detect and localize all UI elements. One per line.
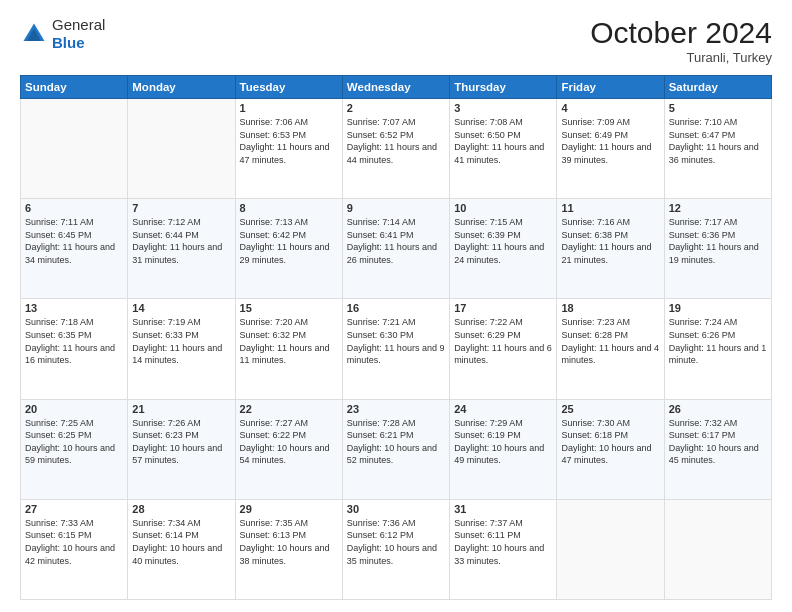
day-number: 7 [132, 202, 230, 214]
calendar-cell: 1Sunrise: 7:06 AM Sunset: 6:53 PM Daylig… [235, 99, 342, 199]
day-info: Sunrise: 7:08 AM Sunset: 6:50 PM Dayligh… [454, 116, 552, 166]
day-info: Sunrise: 7:21 AM Sunset: 6:30 PM Dayligh… [347, 316, 445, 366]
month-title: October 2024 [590, 16, 772, 50]
calendar-week-4: 20Sunrise: 7:25 AM Sunset: 6:25 PM Dayli… [21, 399, 772, 499]
day-number: 10 [454, 202, 552, 214]
calendar-week-2: 6Sunrise: 7:11 AM Sunset: 6:45 PM Daylig… [21, 199, 772, 299]
calendar-cell: 17Sunrise: 7:22 AM Sunset: 6:29 PM Dayli… [450, 299, 557, 399]
logo-icon [20, 20, 48, 48]
day-info: Sunrise: 7:22 AM Sunset: 6:29 PM Dayligh… [454, 316, 552, 366]
day-number: 8 [240, 202, 338, 214]
header: General Blue October 2024 Turanli, Turke… [20, 16, 772, 65]
day-number: 14 [132, 302, 230, 314]
calendar-cell: 12Sunrise: 7:17 AM Sunset: 6:36 PM Dayli… [664, 199, 771, 299]
calendar-cell: 2Sunrise: 7:07 AM Sunset: 6:52 PM Daylig… [342, 99, 449, 199]
calendar-week-3: 13Sunrise: 7:18 AM Sunset: 6:35 PM Dayli… [21, 299, 772, 399]
col-header-monday: Monday [128, 76, 235, 99]
day-info: Sunrise: 7:14 AM Sunset: 6:41 PM Dayligh… [347, 216, 445, 266]
location: Turanli, Turkey [590, 50, 772, 65]
day-info: Sunrise: 7:30 AM Sunset: 6:18 PM Dayligh… [561, 417, 659, 467]
calendar-cell: 20Sunrise: 7:25 AM Sunset: 6:25 PM Dayli… [21, 399, 128, 499]
day-number: 26 [669, 403, 767, 415]
day-info: Sunrise: 7:36 AM Sunset: 6:12 PM Dayligh… [347, 517, 445, 567]
day-info: Sunrise: 7:32 AM Sunset: 6:17 PM Dayligh… [669, 417, 767, 467]
calendar-cell: 22Sunrise: 7:27 AM Sunset: 6:22 PM Dayli… [235, 399, 342, 499]
calendar-cell: 11Sunrise: 7:16 AM Sunset: 6:38 PM Dayli… [557, 199, 664, 299]
calendar-cell: 10Sunrise: 7:15 AM Sunset: 6:39 PM Dayli… [450, 199, 557, 299]
calendar-cell: 15Sunrise: 7:20 AM Sunset: 6:32 PM Dayli… [235, 299, 342, 399]
logo-blue: Blue [52, 34, 85, 51]
day-number: 31 [454, 503, 552, 515]
calendar-header-row: SundayMondayTuesdayWednesdayThursdayFrid… [21, 76, 772, 99]
day-number: 30 [347, 503, 445, 515]
calendar-cell: 28Sunrise: 7:34 AM Sunset: 6:14 PM Dayli… [128, 499, 235, 599]
day-number: 18 [561, 302, 659, 314]
day-number: 27 [25, 503, 123, 515]
calendar-cell: 6Sunrise: 7:11 AM Sunset: 6:45 PM Daylig… [21, 199, 128, 299]
col-header-saturday: Saturday [664, 76, 771, 99]
day-info: Sunrise: 7:37 AM Sunset: 6:11 PM Dayligh… [454, 517, 552, 567]
day-info: Sunrise: 7:07 AM Sunset: 6:52 PM Dayligh… [347, 116, 445, 166]
day-number: 12 [669, 202, 767, 214]
calendar-cell: 19Sunrise: 7:24 AM Sunset: 6:26 PM Dayli… [664, 299, 771, 399]
day-info: Sunrise: 7:33 AM Sunset: 6:15 PM Dayligh… [25, 517, 123, 567]
day-number: 13 [25, 302, 123, 314]
calendar-cell: 31Sunrise: 7:37 AM Sunset: 6:11 PM Dayli… [450, 499, 557, 599]
day-number: 28 [132, 503, 230, 515]
day-info: Sunrise: 7:29 AM Sunset: 6:19 PM Dayligh… [454, 417, 552, 467]
logo: General Blue [20, 16, 105, 52]
calendar-cell: 29Sunrise: 7:35 AM Sunset: 6:13 PM Dayli… [235, 499, 342, 599]
day-info: Sunrise: 7:10 AM Sunset: 6:47 PM Dayligh… [669, 116, 767, 166]
day-info: Sunrise: 7:09 AM Sunset: 6:49 PM Dayligh… [561, 116, 659, 166]
day-number: 5 [669, 102, 767, 114]
day-info: Sunrise: 7:11 AM Sunset: 6:45 PM Dayligh… [25, 216, 123, 266]
calendar-cell: 21Sunrise: 7:26 AM Sunset: 6:23 PM Dayli… [128, 399, 235, 499]
day-number: 19 [669, 302, 767, 314]
logo-general: General [52, 16, 105, 33]
day-number: 24 [454, 403, 552, 415]
day-info: Sunrise: 7:23 AM Sunset: 6:28 PM Dayligh… [561, 316, 659, 366]
calendar-cell: 23Sunrise: 7:28 AM Sunset: 6:21 PM Dayli… [342, 399, 449, 499]
calendar-cell: 3Sunrise: 7:08 AM Sunset: 6:50 PM Daylig… [450, 99, 557, 199]
day-number: 22 [240, 403, 338, 415]
day-number: 9 [347, 202, 445, 214]
col-header-tuesday: Tuesday [235, 76, 342, 99]
day-number: 4 [561, 102, 659, 114]
calendar-cell: 30Sunrise: 7:36 AM Sunset: 6:12 PM Dayli… [342, 499, 449, 599]
calendar-cell [21, 99, 128, 199]
calendar-cell: 26Sunrise: 7:32 AM Sunset: 6:17 PM Dayli… [664, 399, 771, 499]
calendar-cell: 24Sunrise: 7:29 AM Sunset: 6:19 PM Dayli… [450, 399, 557, 499]
day-number: 2 [347, 102, 445, 114]
day-info: Sunrise: 7:18 AM Sunset: 6:35 PM Dayligh… [25, 316, 123, 366]
col-header-thursday: Thursday [450, 76, 557, 99]
calendar-cell: 16Sunrise: 7:21 AM Sunset: 6:30 PM Dayli… [342, 299, 449, 399]
calendar-cell: 18Sunrise: 7:23 AM Sunset: 6:28 PM Dayli… [557, 299, 664, 399]
day-number: 25 [561, 403, 659, 415]
day-number: 20 [25, 403, 123, 415]
day-info: Sunrise: 7:16 AM Sunset: 6:38 PM Dayligh… [561, 216, 659, 266]
col-header-wednesday: Wednesday [342, 76, 449, 99]
day-info: Sunrise: 7:35 AM Sunset: 6:13 PM Dayligh… [240, 517, 338, 567]
day-info: Sunrise: 7:19 AM Sunset: 6:33 PM Dayligh… [132, 316, 230, 366]
day-number: 17 [454, 302, 552, 314]
logo-text: General Blue [52, 16, 105, 52]
calendar-cell: 7Sunrise: 7:12 AM Sunset: 6:44 PM Daylig… [128, 199, 235, 299]
day-info: Sunrise: 7:34 AM Sunset: 6:14 PM Dayligh… [132, 517, 230, 567]
day-info: Sunrise: 7:06 AM Sunset: 6:53 PM Dayligh… [240, 116, 338, 166]
calendar-cell [128, 99, 235, 199]
day-number: 11 [561, 202, 659, 214]
day-info: Sunrise: 7:28 AM Sunset: 6:21 PM Dayligh… [347, 417, 445, 467]
col-header-friday: Friday [557, 76, 664, 99]
calendar-week-5: 27Sunrise: 7:33 AM Sunset: 6:15 PM Dayli… [21, 499, 772, 599]
calendar-cell [557, 499, 664, 599]
calendar-table: SundayMondayTuesdayWednesdayThursdayFrid… [20, 75, 772, 600]
calendar-cell: 25Sunrise: 7:30 AM Sunset: 6:18 PM Dayli… [557, 399, 664, 499]
day-number: 6 [25, 202, 123, 214]
day-info: Sunrise: 7:20 AM Sunset: 6:32 PM Dayligh… [240, 316, 338, 366]
day-number: 3 [454, 102, 552, 114]
col-header-sunday: Sunday [21, 76, 128, 99]
calendar-cell: 9Sunrise: 7:14 AM Sunset: 6:41 PM Daylig… [342, 199, 449, 299]
day-info: Sunrise: 7:25 AM Sunset: 6:25 PM Dayligh… [25, 417, 123, 467]
day-number: 15 [240, 302, 338, 314]
day-info: Sunrise: 7:24 AM Sunset: 6:26 PM Dayligh… [669, 316, 767, 366]
